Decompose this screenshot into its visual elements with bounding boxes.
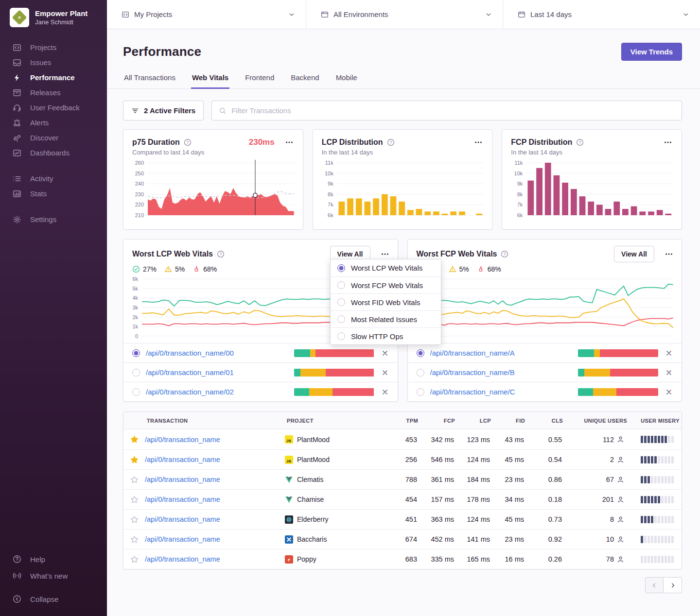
tab-mobile[interactable]: Mobile — [335, 70, 358, 89]
star-outline-icon[interactable] — [129, 534, 140, 545]
help-icon[interactable]: ? — [387, 138, 395, 146]
sidebar-item-collapse[interactable]: Collapse — [0, 591, 107, 607]
worst-fcp-chart[interactable] — [426, 279, 673, 336]
sidebar-item-alerts[interactable]: Alerts — [0, 115, 107, 130]
sidebar-item-issues[interactable]: Issues — [0, 55, 107, 70]
star-filled-icon[interactable] — [129, 434, 140, 445]
menu-item-worst-fcp-web-vitals[interactable]: Worst FCP Web Vitals — [331, 276, 441, 293]
environment-filter[interactable]: All Environments — [306, 0, 503, 29]
sidebar-item-label: Projects — [30, 43, 56, 51]
fid-value: 23 ms — [493, 535, 527, 543]
date-range-filter[interactable]: Last 14 days — [503, 0, 700, 29]
close-icon[interactable] — [664, 387, 674, 397]
menu-item-worst-lcp-web-vitals[interactable]: Worst LCP Web Vitals — [331, 259, 441, 276]
projects-mini-icon — [122, 11, 129, 18]
help-icon[interactable]: ? — [501, 250, 508, 258]
star-outline-icon[interactable] — [129, 514, 140, 525]
project-filter[interactable]: My Projects — [107, 0, 306, 29]
transaction-link[interactable]: /api/0/transaction_name — [145, 456, 285, 463]
transaction-link[interactable]: /api/0/transaction_name/00 — [146, 349, 288, 357]
y-tick-label: 8k — [517, 191, 523, 197]
card-menu-button[interactable] — [663, 137, 673, 147]
tab-backend[interactable]: Backend — [290, 70, 320, 89]
transaction-link[interactable]: /api/0/transaction_name/B — [430, 368, 573, 376]
previous-page-button[interactable] — [645, 577, 664, 593]
transaction-radio[interactable] — [417, 369, 424, 376]
menu-item-most-related-issues[interactable]: Most Related Issues — [331, 310, 441, 327]
transaction-radio[interactable] — [417, 388, 424, 396]
transaction-link[interactable]: /api/0/transaction_name/A — [430, 349, 573, 357]
sidebar-item-settings[interactable]: Settings — [0, 212, 107, 227]
transaction-link[interactable]: /api/0/transaction_name — [145, 555, 285, 563]
help-icon[interactable]: ? — [184, 138, 192, 146]
sidebar-item-label: Discover — [30, 134, 58, 142]
user-icon — [617, 436, 624, 443]
close-icon[interactable] — [664, 348, 674, 358]
transaction-link[interactable]: /api/0/transaction_name — [145, 436, 285, 444]
sidebar-item-performance[interactable]: Performance — [0, 70, 107, 85]
tab-all-transactions[interactable]: All Transactions — [123, 70, 176, 89]
star-filled-icon[interactable] — [129, 455, 140, 465]
search-input[interactable] — [231, 106, 675, 115]
sidebar-item-discover[interactable]: Discover — [0, 130, 107, 145]
view-trends-button[interactable]: View Trends — [621, 43, 682, 61]
view-all-button[interactable]: View All — [614, 246, 654, 262]
p75-chart[interactable] — [148, 163, 294, 215]
org-name: Empower Plant — [35, 9, 88, 18]
sidebar-item-what-s-new[interactable]: What’s new — [0, 567, 107, 584]
close-icon[interactable] — [664, 368, 674, 377]
active-filters-button[interactable]: 2 Active Filters — [123, 101, 204, 120]
star-outline-icon[interactable] — [129, 495, 140, 505]
y-tick-label: 3k — [132, 305, 138, 310]
transaction-link[interactable]: /api/0/transaction_name — [145, 476, 285, 483]
help-icon[interactable]: ? — [576, 138, 584, 146]
star-outline-icon[interactable] — [129, 554, 140, 565]
transaction-radio[interactable] — [417, 349, 424, 357]
card-menu-button[interactable] — [284, 137, 294, 147]
transaction-link[interactable]: /api/0/transaction_name/C — [430, 388, 573, 396]
card-menu-button[interactable] — [473, 137, 483, 147]
tab-web-vitals[interactable]: Web Vitals — [191, 70, 229, 89]
transaction-radio[interactable] — [132, 388, 140, 396]
y-tick-label: 4k — [132, 295, 138, 301]
transaction-link[interactable]: /api/0/transaction_name/01 — [146, 368, 288, 376]
lcp-distribution-chart[interactable] — [337, 163, 484, 215]
card-menu-button[interactable] — [380, 249, 390, 259]
close-icon[interactable] — [380, 387, 390, 397]
card-menu-button[interactable] — [664, 249, 674, 259]
tpm-value: 451 — [390, 515, 420, 523]
sidebar-item-dashboards[interactable]: Dashboards — [0, 145, 107, 160]
sidebar-item-releases[interactable]: Releases — [0, 85, 107, 100]
sidebar-item-stats[interactable]: Stats — [0, 186, 107, 201]
menu-item-slow-http-ops[interactable]: Slow HTTP Ops — [331, 327, 441, 344]
transaction-link[interactable]: /api/0/transaction_name — [145, 515, 285, 523]
fcp-distribution-chart[interactable] — [526, 163, 673, 215]
vitals-distribution-bar — [294, 388, 374, 396]
help-icon[interactable]: ? — [217, 250, 225, 258]
cls-value: 0.55 — [527, 436, 565, 444]
sidebar-item-help[interactable]: Help — [0, 551, 107, 567]
sidebar-item-label: Alerts — [30, 119, 49, 127]
next-page-button[interactable] — [664, 577, 682, 593]
transaction-link[interactable]: /api/0/transaction_name/02 — [146, 388, 288, 396]
fcp-value: 361 ms — [420, 476, 457, 483]
main-content: Performance View Trends All Transactions… — [107, 29, 700, 616]
collapse-icon — [13, 595, 21, 603]
sidebar-item-activity[interactable]: Activity — [0, 171, 107, 186]
star-outline-icon[interactable] — [129, 475, 140, 485]
card-subtitle: In the last 14 days — [511, 149, 673, 156]
transaction-link[interactable]: /api/0/transaction_name — [145, 535, 285, 543]
transaction-radio[interactable] — [132, 369, 140, 376]
lcp-distribution-card: LCP Distribution ? In the last 14 days 1… — [313, 129, 493, 230]
column-header-cls: CLS — [527, 418, 565, 424]
transaction-link[interactable]: /api/0/transaction_name — [145, 496, 285, 503]
tab-frontend[interactable]: Frontend — [244, 70, 275, 89]
close-icon[interactable] — [380, 348, 390, 358]
sidebar-item-projects[interactable]: Projects — [0, 40, 107, 55]
unique-users-cell: 67 — [565, 476, 629, 483]
transaction-radio[interactable] — [132, 349, 140, 357]
menu-item-worst-fid-web-vitals[interactable]: Worst FID Web Vitals — [331, 293, 441, 310]
close-icon[interactable] — [380, 368, 390, 377]
org-switcher[interactable]: Empower Plant Jane Schmidt — [0, 8, 107, 27]
sidebar-item-user-feedback[interactable]: User Feedback — [0, 100, 107, 115]
